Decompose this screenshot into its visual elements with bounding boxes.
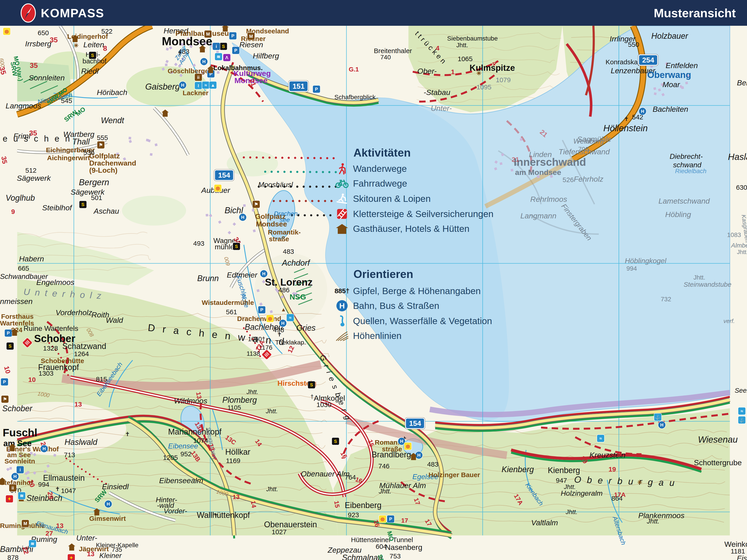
surf-icon: ≀ <box>195 82 202 89</box>
bus-icon: H <box>41 445 48 452</box>
hut-icon <box>199 45 206 52</box>
legend-label: Gasthäuser, Hotels & Hütten <box>353 223 469 234</box>
road-shield-254: 254 <box>638 54 658 66</box>
map-canvas[interactable]: 650IrrsbergLeidingerhofLeiten5228RiedlSo… <box>0 26 747 560</box>
info-icon: i <box>17 466 24 473</box>
spring-icon <box>335 315 349 327</box>
legend-item-gasthaeuser: Gasthäuser, Hotels & Hütten <box>335 222 469 235</box>
road-shield-151: 151 <box>288 81 308 92</box>
swim-icon: ≈ <box>287 314 294 321</box>
bus-icon: H <box>200 58 208 65</box>
legend-item-bahn-bus: H Bahn, Bus & Straßen <box>335 299 439 312</box>
bus-stop-icon: H <box>335 299 349 312</box>
kompass-sample-map-page: KOMPASS Musteransicht <box>0 0 747 560</box>
bus-icon: H <box>11 473 19 480</box>
legend-item-wanderwege: Wanderwege <box>335 162 407 175</box>
anchor-icon: ⚓ <box>654 414 661 421</box>
parking-icon: P <box>5 329 12 337</box>
peak-icon: 885† <box>335 285 349 297</box>
bus-icon: H <box>179 82 186 89</box>
parking-icon: P <box>258 306 265 313</box>
legend-label: Bahn, Bus & Straßen <box>353 301 439 311</box>
shalt-icon: S <box>89 52 96 59</box>
kompass-icon: ◎ <box>214 185 222 192</box>
parking-icon: P <box>232 47 239 54</box>
map-legend: Aktivitäten Wanderwege Fa <box>335 142 512 319</box>
hut-icon <box>0 478 6 485</box>
legend-orientation-title: Orientieren <box>354 268 413 281</box>
kompass-icon: ◎ <box>379 515 386 523</box>
road-shield-154: 154 <box>214 169 234 181</box>
parking-icon: P <box>313 85 320 93</box>
camp-icon: ▲ <box>279 305 288 314</box>
swim-icon: ≈ <box>202 82 209 89</box>
windrose-icon: ✳ <box>474 69 484 78</box>
hut-icon <box>9 444 16 451</box>
playground-icon: ii <box>9 484 16 491</box>
legend-item-klettersteige: Klettersteige & Seilversicherungen <box>335 208 493 220</box>
kompass-icon: ◎ <box>266 315 274 322</box>
legend-label: Fahrradwege <box>353 178 407 189</box>
bus-icon: H <box>279 320 286 327</box>
bus-icon: H <box>415 452 422 459</box>
climb-icon: ☰ <box>22 338 32 348</box>
castle-icon: ✦ <box>68 554 75 560</box>
ladder-icon <box>335 208 349 220</box>
museum-icon: M <box>204 30 212 37</box>
legend-label: Quellen, Wasserfälle & Vegetation <box>353 316 492 326</box>
bus-icon: H <box>658 421 665 428</box>
legend-item-gipfel: 885† Gipfel, Berge & Höhenangaben <box>335 285 481 297</box>
page-title: Musteransicht <box>654 6 736 20</box>
bicycle-icon <box>335 177 349 190</box>
swim-icon: ≈ <box>597 435 604 442</box>
legend-label: Klettersteige & Seilversicherungen <box>353 209 493 219</box>
waterfall-icon: ≋ <box>29 540 36 547</box>
parking-icon: P <box>387 515 394 523</box>
hut-icon <box>11 329 18 336</box>
castle-icon: ✦ <box>6 495 13 502</box>
legend-activities-title: Aktivitäten <box>354 146 411 159</box>
legend-label: Gipfel, Berge & Höhenangaben <box>353 286 481 296</box>
road-shield-154: 154 <box>405 418 425 429</box>
anchor-icon: ⚓ <box>738 417 745 424</box>
hut-icon <box>93 508 100 515</box>
climb-icon: ☰ <box>261 349 272 359</box>
museum-icon: M <box>22 520 29 527</box>
shalt-icon: S <box>220 43 227 50</box>
bus-icon: H <box>239 214 246 221</box>
skier-icon <box>335 192 349 205</box>
shalt-icon: S <box>308 381 315 389</box>
compass-needle-icon <box>21 3 36 23</box>
hut-icon <box>335 222 349 235</box>
hut-icon <box>68 543 75 551</box>
bus-icon: H <box>105 500 112 508</box>
golf-icon: ⚑ <box>1 396 8 403</box>
golf-icon: ⚑ <box>253 201 260 208</box>
brand-name: KOMPASS <box>41 6 104 20</box>
kompass-logo: KOMPASS <box>21 3 104 23</box>
shalt-icon: S <box>233 243 240 250</box>
golf-icon: ⚑ <box>97 141 104 149</box>
windrose-icon: ✳ <box>72 41 81 50</box>
hiker-icon: Λ <box>223 54 230 61</box>
bus-icon: H <box>260 270 267 277</box>
info-icon: i <box>213 43 220 50</box>
legend-label: Wanderwege <box>353 163 407 174</box>
bus-icon: H <box>639 108 646 115</box>
shalt-icon: S <box>332 438 339 445</box>
legend-item-hoehenlinien: Höhenlinien <box>335 329 402 342</box>
legend-label: Skitouren & Loipen <box>353 193 431 204</box>
waterfall-icon: ≋ <box>18 492 25 499</box>
legend-item-skitouren: Skitouren & Loipen <box>335 192 431 205</box>
legend-item-fahrradwege: Fahrradwege <box>335 177 407 190</box>
sail-icon: ▲ <box>209 82 216 89</box>
museum-icon: M <box>248 33 255 40</box>
hiker-icon <box>335 162 349 175</box>
kompass-icon: ◎ <box>404 443 411 450</box>
parking-icon: P <box>229 32 236 39</box>
swim-icon: ≈ <box>738 407 745 415</box>
contour-icon <box>335 329 349 342</box>
shalt-icon: S <box>79 201 86 208</box>
hut-icon <box>162 110 169 117</box>
legend-label: Höhenlinien <box>353 330 402 341</box>
